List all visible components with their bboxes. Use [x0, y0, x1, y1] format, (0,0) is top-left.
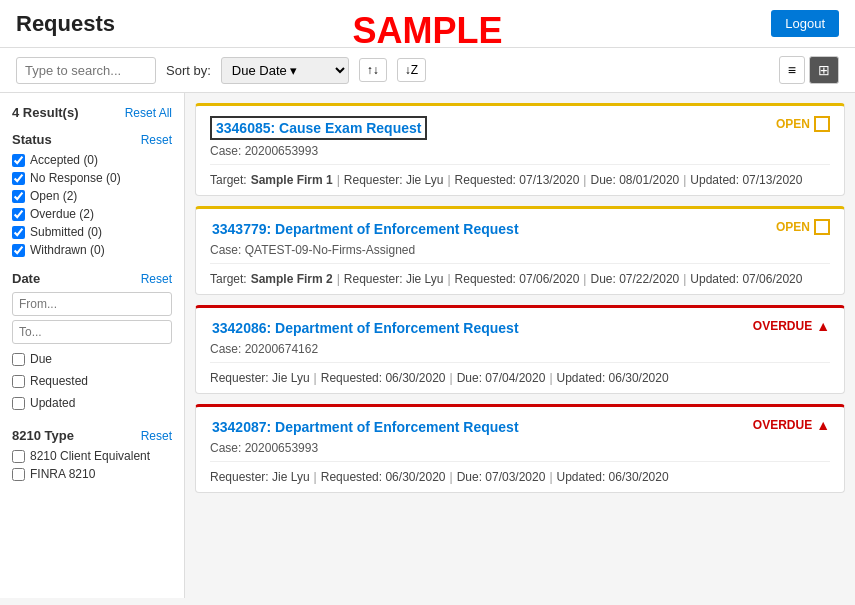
status-submitted-row[interactable]: Submitted (0) — [12, 225, 172, 239]
status-noresponse-row[interactable]: No Response (0) — [12, 171, 172, 185]
result-title-link[interactable]: 3346085: Cause Exam Request — [210, 116, 427, 140]
result-title-link[interactable]: 3342086: Department of Enforcement Reque… — [210, 318, 521, 338]
status-accepted-row[interactable]: Accepted (0) — [12, 153, 172, 167]
open-icon — [814, 219, 830, 235]
type-finra-row[interactable]: FINRA 8210 — [12, 467, 172, 481]
status-noresponse-checkbox[interactable] — [12, 172, 25, 185]
result-title-link[interactable]: 3343779: Department of Enforcement Reque… — [210, 219, 521, 239]
date-filter: Date Reset Due Requested Updated — [12, 271, 172, 414]
card-meta: Requester: Jie Lyu | Requested: 06/30/20… — [196, 462, 844, 492]
status-withdrawn-row[interactable]: Withdrawn (0) — [12, 243, 172, 257]
type-finra-checkbox[interactable] — [12, 468, 25, 481]
type-filter: 8210 Type Reset 8210 Client Equivalent F… — [12, 428, 172, 481]
grid-view-button[interactable]: ⊞ — [809, 56, 839, 84]
page-title: Requests — [16, 11, 115, 37]
status-badge: OPEN — [776, 116, 830, 132]
sidebar: 4 Result(s) Reset All Status Reset Accep… — [0, 93, 185, 598]
status-open-checkbox[interactable] — [12, 190, 25, 203]
date-requested-checkbox[interactable] — [12, 375, 25, 388]
card-meta: Target: Sample Firm 1 | Requester: Jie L… — [196, 165, 844, 195]
status-overdue-row[interactable]: Overdue (2) — [12, 207, 172, 221]
status-accepted-checkbox[interactable] — [12, 154, 25, 167]
date-due-checkbox[interactable] — [12, 353, 25, 366]
sample-watermark: SAMPLE — [352, 10, 502, 52]
date-updated-row[interactable]: Updated — [12, 396, 172, 410]
type-client-row[interactable]: 8210 Client Equivalent — [12, 449, 172, 463]
result-card: 3343779: Department of Enforcement Reque… — [195, 206, 845, 295]
date-reset-link[interactable]: Reset — [141, 272, 172, 286]
results-area: 3346085: Cause Exam Request OPEN Case: 2… — [185, 93, 855, 598]
open-icon — [814, 116, 830, 132]
result-card: 3346085: Cause Exam Request OPEN Case: 2… — [195, 103, 845, 196]
status-badge: OVERDUE ▲ — [753, 417, 830, 433]
status-badge: OVERDUE ▲ — [753, 318, 830, 334]
date-from-input[interactable] — [12, 292, 172, 316]
date-filter-title: Date — [12, 271, 40, 286]
status-withdrawn-checkbox[interactable] — [12, 244, 25, 257]
sort-asc-button[interactable]: ↑↓ — [359, 58, 387, 82]
warning-icon: ▲ — [816, 318, 830, 334]
search-input[interactable] — [16, 57, 156, 84]
result-card: 3342086: Department of Enforcement Reque… — [195, 305, 845, 394]
date-due-row[interactable]: Due — [12, 352, 172, 366]
results-count: 4 Result(s) — [12, 105, 78, 120]
status-submitted-checkbox[interactable] — [12, 226, 25, 239]
status-badge: OPEN — [776, 219, 830, 235]
card-case: Case: 20200674162 — [196, 342, 844, 362]
card-meta: Target: Sample Firm 2 | Requester: Jie L… — [196, 264, 844, 294]
sort-select[interactable]: Due Date ▾ Requested Date Updated Date — [221, 57, 349, 84]
logout-button[interactable]: Logout — [771, 10, 839, 37]
status-reset-link[interactable]: Reset — [141, 133, 172, 147]
status-overdue-checkbox[interactable] — [12, 208, 25, 221]
list-view-button[interactable]: ≡ — [779, 56, 805, 84]
sort-label: Sort by: — [166, 63, 211, 78]
date-to-input[interactable] — [12, 320, 172, 344]
type-reset-link[interactable]: Reset — [141, 429, 172, 443]
card-case: Case: 20200653993 — [196, 144, 844, 164]
date-requested-row[interactable]: Requested — [12, 374, 172, 388]
sort-za-button[interactable]: ↓Z — [397, 58, 426, 82]
card-case: Case: 20200653993 — [196, 441, 844, 461]
status-filter: Status Reset Accepted (0) No Response (0… — [12, 132, 172, 257]
status-filter-title: Status — [12, 132, 52, 147]
card-case: Case: QATEST-09-No-Firms-Assigned — [196, 243, 844, 263]
status-open-row[interactable]: Open (2) — [12, 189, 172, 203]
reset-all-link[interactable]: Reset All — [125, 106, 172, 120]
card-meta: Requester: Jie Lyu | Requested: 06/30/20… — [196, 363, 844, 393]
date-updated-checkbox[interactable] — [12, 397, 25, 410]
result-card: 3342087: Department of Enforcement Reque… — [195, 404, 845, 493]
type-filter-title: 8210 Type — [12, 428, 74, 443]
type-client-checkbox[interactable] — [12, 450, 25, 463]
warning-icon: ▲ — [816, 417, 830, 433]
result-title-link[interactable]: 3342087: Department of Enforcement Reque… — [210, 417, 521, 437]
